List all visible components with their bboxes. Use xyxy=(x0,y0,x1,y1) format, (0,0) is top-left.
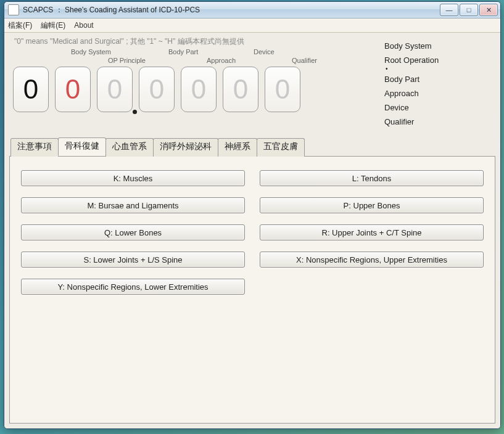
tab-senses[interactable]: 五官皮膚 xyxy=(257,138,305,157)
opt-x-upper-ext[interactable]: X: Nonspecific Regions, Upper Extremitie… xyxy=(260,252,484,268)
label-body-system: Body System xyxy=(71,48,111,55)
hint-text: "0" means "Medical and Surgical" ; 其他 "1… xyxy=(14,36,377,47)
app-icon xyxy=(8,4,19,15)
slot-approach[interactable]: 0 xyxy=(181,67,217,112)
nav-body-system[interactable]: Body System xyxy=(384,39,495,53)
label-op-principle: OP Principle xyxy=(108,57,146,64)
tab-panel: K: Muscles L: Tendons M: Bursae and Liga… xyxy=(9,157,495,424)
tabstrip: 注意事項 骨科復健 心血管系 消呼外婦泌科 神經系 五官皮膚 xyxy=(9,137,495,157)
nav-root-operation[interactable]: Root Operation xyxy=(384,53,495,67)
nav-approach[interactable]: Approach xyxy=(384,86,495,100)
tab-respiratory[interactable]: 消呼外婦泌科 xyxy=(153,138,218,157)
opt-l-tendons[interactable]: L: Tendons xyxy=(260,170,484,186)
minimize-button[interactable]: — xyxy=(440,4,458,16)
maximize-button[interactable]: □ xyxy=(460,4,478,16)
opt-k-muscles[interactable]: K: Muscles xyxy=(21,170,245,186)
opt-r-upper-joints[interactable]: R: Upper Joints + C/T Spine xyxy=(260,224,484,240)
opt-s-lower-joints[interactable]: S: Lower Joints + L/S Spine xyxy=(21,252,245,268)
minimize-icon: — xyxy=(446,6,453,14)
nav-bullet: • xyxy=(384,67,495,72)
slot-labels: Body System OP Principle Body Part Appro… xyxy=(9,48,377,67)
slot-device[interactable]: 0 xyxy=(223,67,258,112)
close-icon: ✕ xyxy=(486,6,492,14)
close-button[interactable]: ✕ xyxy=(479,4,498,16)
slot-section[interactable]: 0 xyxy=(13,67,49,112)
slot-op-principle[interactable]: 0 xyxy=(97,67,133,112)
opt-p-upper-bones[interactable]: P: Upper Bones xyxy=(260,197,484,213)
tab-neuro[interactable]: 神經系 xyxy=(218,138,257,157)
opt-m-bursae[interactable]: M: Bursae and Ligaments xyxy=(21,197,245,213)
titlebar: SCAPCS ： Shee's Coading Assistant of ICD… xyxy=(4,2,500,18)
tab-cardio[interactable]: 心血管系 xyxy=(105,138,154,157)
label-qualifier: Qualifier xyxy=(292,57,317,64)
cursor-dot xyxy=(133,110,137,114)
menubar: 檔案(F) 編輯(E) About xyxy=(4,18,500,33)
nav-qualifier[interactable]: Qualifier xyxy=(384,115,495,129)
label-device: Device xyxy=(254,48,275,55)
opt-q-lower-bones[interactable]: Q: Lower Bones xyxy=(21,224,245,240)
nav-body-part[interactable]: Body Part xyxy=(384,72,495,86)
label-approach: Approach xyxy=(207,57,236,64)
slot-qualifier[interactable]: 0 xyxy=(265,67,300,112)
app-window: SCAPCS ： Shee's Coading Assistant of ICD… xyxy=(4,1,501,429)
label-body-part: Body Part xyxy=(168,48,198,55)
slot-body-system[interactable]: 0 xyxy=(55,67,91,112)
code-slots: 0 0 0 0 0 0 0 xyxy=(9,67,377,112)
maximize-icon: □ xyxy=(467,6,471,14)
tab-notes[interactable]: 注意事項 xyxy=(10,138,59,157)
tab-ortho[interactable]: 骨科復健 xyxy=(58,137,106,156)
menu-edit[interactable]: 編輯(E) xyxy=(41,20,65,31)
opt-y-lower-ext[interactable]: Y: Nonspecific Regions, Lower Extremitie… xyxy=(21,279,245,295)
menu-file[interactable]: 檔案(F) xyxy=(8,20,32,31)
client-area: "0" means "Medical and Surgical" ; 其他 "1… xyxy=(4,33,500,428)
menu-about[interactable]: About xyxy=(74,21,93,30)
slot-body-part[interactable]: 0 xyxy=(139,67,175,112)
right-nav: Body System Root Operation • Body Part A… xyxy=(377,36,495,129)
nav-device[interactable]: Device xyxy=(384,100,495,115)
window-title: SCAPCS ： Shee's Coading Assistant of ICD… xyxy=(23,5,440,15)
